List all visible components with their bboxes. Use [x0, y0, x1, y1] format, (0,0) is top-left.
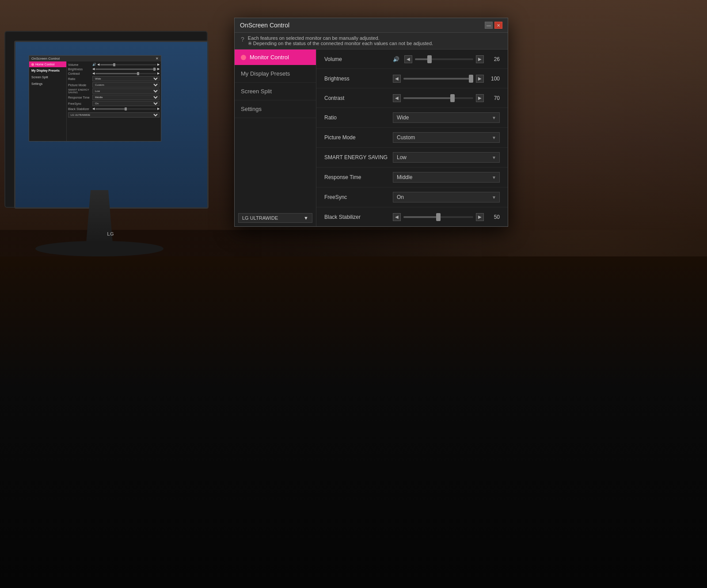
response-time-dropdown-wrapper: Middle Fast Faster Off ▼ [393, 172, 500, 183]
black-stabilizer-slider-fill [403, 216, 438, 218]
freesync-row: FreeSync On Off ▼ [316, 187, 508, 207]
info-text: Each features on selected monitor can be… [248, 35, 433, 46]
brightness-label: Brightness [324, 76, 393, 82]
ratio-row: Ratio Wide Original 4:3 Cinema 1 Cinema … [316, 108, 508, 128]
info-bar: ? Each features on selected monitor can … [235, 33, 508, 50]
smart-energy-widget: Low High Off ▼ [393, 152, 500, 163]
sidebar-header: Monitor Control [235, 50, 316, 65]
response-time-dropdown[interactable]: Middle Fast Faster Off [393, 172, 500, 183]
brightness-slider-track[interactable] [403, 78, 473, 80]
brightness-slider-thumb[interactable] [469, 75, 473, 83]
monitor-select-arrow-icon: ▼ [304, 215, 308, 221]
volume-increase-button[interactable]: ▶ [476, 55, 484, 63]
small-content: Volume 🔊 ◀ ▶ Brightness ◀ [67, 61, 161, 141]
small-close-icon: ✕ [156, 57, 159, 61]
small-nav-screen-split[interactable]: Screen Split [29, 74, 66, 80]
response-time-label: Response Time [324, 174, 393, 180]
volume-icon: 🔊 [393, 55, 402, 63]
contrast-increase-button[interactable]: ▶ [476, 94, 484, 102]
smart-energy-dropdown-wrapper: Low High Off ▼ [393, 152, 500, 163]
black-stabilizer-label: Black Stabilizer [324, 214, 393, 220]
sidebar-item-presets[interactable]: My Display Presets [235, 65, 316, 83]
app-content: Volume 🔊 ◀ ▶ 26 Brightness ◀ [316, 50, 508, 226]
freesync-label: FreeSync [324, 194, 393, 200]
main-app-window: OnScreen Control — ✕ ? Each features on … [234, 18, 508, 227]
black-stabilizer-widget: ◀ ▶ 50 [393, 213, 500, 221]
small-titlebar: OnScreen Control ✕ [29, 56, 161, 61]
smart-energy-label: SMART ENERGY SAVING [324, 154, 393, 160]
picture-mode-row: Picture Mode Custom Standard Game Cinema… [316, 128, 508, 148]
monitor-select-value: LG ULTRAWIDE [242, 215, 278, 221]
monitor-brand-label: LG [107, 231, 114, 237]
black-stabilizer-decrease-button[interactable]: ◀ [393, 213, 401, 221]
picture-mode-label: Picture Mode [324, 134, 393, 141]
black-stabilizer-increase-button[interactable]: ▶ [476, 213, 484, 221]
picture-mode-dropdown[interactable]: Custom Standard Game Cinema sRGB [393, 132, 500, 143]
picture-mode-dropdown-wrapper: Custom Standard Game Cinema sRGB ▼ [393, 132, 500, 143]
small-onscreen-control: OnScreen Control ✕ Home Control My Displ… [29, 55, 161, 141]
small-sidebar-header: Home Control [29, 61, 66, 67]
monitor-bezel: OnScreen Control ✕ Home Control My Displ… [4, 31, 208, 208]
small-nav-presets[interactable]: My Display Presets [29, 67, 66, 74]
sidebar-bottom: LG ULTRAWIDE ▼ [235, 210, 316, 226]
app-title-text: OnScreen Control [240, 22, 289, 29]
freesync-dropdown-wrapper: On Off ▼ [393, 192, 500, 202]
contrast-decrease-button[interactable]: ◀ [393, 94, 401, 102]
freesync-widget: On Off ▼ [393, 192, 500, 202]
close-button[interactable]: ✕ [494, 22, 502, 29]
response-time-widget: Middle Fast Faster Off ▼ [393, 172, 500, 183]
volume-slider-track[interactable] [415, 58, 473, 60]
contrast-slider-track[interactable] [403, 97, 473, 99]
info-icon: ? [241, 36, 244, 43]
monitor-active-dot [241, 55, 246, 60]
small-app-title: OnScreen Control [31, 57, 60, 61]
ratio-dropdown-wrapper: Wide Original 4:3 Cinema 1 Cinema 2 ▼ [393, 112, 500, 123]
smart-energy-dropdown[interactable]: Low High Off [393, 152, 500, 163]
black-stabilizer-row: Black Stabilizer ◀ ▶ 50 [316, 207, 508, 226]
window-controls: — ✕ [485, 22, 502, 29]
brightness-value: 100 [487, 76, 500, 82]
black-stabilizer-slider-thumb[interactable] [436, 213, 441, 221]
response-time-row: Response Time Middle Fast Faster Off ▼ [316, 168, 508, 187]
contrast-slider-thumb[interactable] [450, 94, 455, 102]
volume-decrease-button[interactable]: ◀ [404, 55, 412, 63]
app-titlebar: OnScreen Control — ✕ [235, 18, 508, 33]
picture-mode-widget: Custom Standard Game Cinema sRGB ▼ [393, 132, 500, 143]
volume-slider-thumb[interactable] [427, 55, 432, 63]
freesync-dropdown[interactable]: On Off [393, 192, 500, 202]
small-sidebar: Home Control My Display Presets Screen S… [29, 61, 67, 141]
ratio-widget: Wide Original 4:3 Cinema 1 Cinema 2 ▼ [393, 112, 500, 123]
desk-surface [0, 256, 707, 588]
sidebar-item-screen-split[interactable]: Screen Split [235, 83, 316, 100]
black-stabilizer-slider-track[interactable] [403, 216, 473, 218]
brightness-widget: ◀ ▶ 100 [393, 75, 500, 83]
brightness-decrease-button[interactable]: ◀ [393, 75, 401, 83]
volume-row: Volume 🔊 ◀ ▶ 26 [316, 50, 508, 69]
volume-label: Volume [324, 56, 393, 62]
contrast-row: Contrast ◀ ▶ 70 [316, 88, 508, 108]
small-nav-settings[interactable]: Settings [29, 80, 66, 87]
sidebar-header-text: Monitor Control [250, 54, 289, 61]
monitor-base [35, 241, 163, 256]
volume-value: 26 [487, 56, 500, 62]
monitor-screen: OnScreen Control ✕ Home Control My Displ… [14, 41, 209, 209]
ratio-label: Ratio [324, 115, 393, 121]
ratio-dropdown[interactable]: Wide Original 4:3 Cinema 1 Cinema 2 [393, 112, 500, 123]
smart-energy-row: SMART ENERGY SAVING Low High Off ▼ [316, 148, 508, 168]
brightness-row: Brightness ◀ ▶ 100 [316, 69, 508, 88]
minimize-button[interactable]: — [485, 22, 493, 29]
contrast-widget: ◀ ▶ 70 [393, 94, 500, 102]
volume-widget: 🔊 ◀ ▶ 26 [393, 55, 500, 63]
app-sidebar: Monitor Control My Display Presets Scree… [235, 50, 316, 226]
brightness-slider-fill [403, 78, 473, 80]
contrast-slider-fill [403, 97, 452, 99]
contrast-value: 70 [487, 95, 500, 101]
contrast-label: Contrast [324, 95, 393, 101]
monitor-container: OnScreen Control ✕ Home Control My Displ… [0, 27, 221, 270]
black-stabilizer-value: 50 [487, 214, 500, 220]
sidebar-item-settings[interactable]: Settings [235, 100, 316, 118]
brightness-increase-button[interactable]: ▶ [476, 75, 484, 83]
monitor-selector[interactable]: LG ULTRAWIDE ▼ [238, 213, 312, 223]
